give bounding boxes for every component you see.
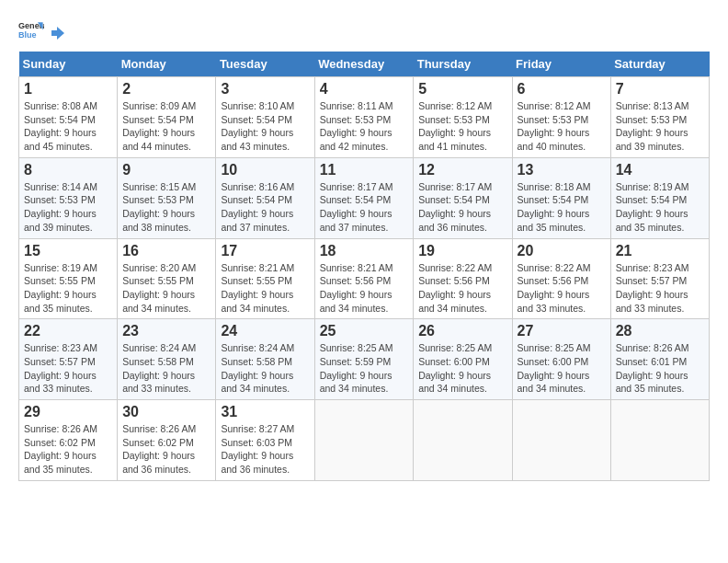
day-cell-13: 13 Sunrise: 8:18 AMSunset: 5:54 PMDaylig… bbox=[512, 157, 610, 238]
day-cell-15: 15 Sunrise: 8:19 AMSunset: 5:55 PMDaylig… bbox=[19, 238, 118, 319]
day-detail: Sunrise: 8:17 AMSunset: 5:54 PMDaylight:… bbox=[320, 180, 409, 235]
header-friday: Friday bbox=[512, 52, 610, 77]
logo-icon: General Blue bbox=[18, 18, 44, 44]
empty-cell bbox=[512, 400, 610, 481]
day-cell-3: 3 Sunrise: 8:10 AMSunset: 5:54 PMDayligh… bbox=[216, 77, 314, 158]
day-cell-20: 20 Sunrise: 8:22 AMSunset: 5:56 PMDaylig… bbox=[512, 238, 610, 319]
day-cell-14: 14 Sunrise: 8:19 AMSunset: 5:54 PMDaylig… bbox=[610, 157, 709, 238]
logo-arrow-icon bbox=[50, 25, 66, 41]
day-number: 17 bbox=[221, 243, 309, 259]
empty-cell bbox=[414, 400, 512, 481]
day-number: 29 bbox=[24, 404, 112, 420]
day-detail: Sunrise: 8:23 AMSunset: 5:57 PMDaylight:… bbox=[616, 261, 704, 316]
day-number: 4 bbox=[320, 81, 409, 98]
day-cell-7: 7 Sunrise: 8:13 AMSunset: 5:53 PMDayligh… bbox=[610, 77, 709, 158]
day-cell-25: 25 Sunrise: 8:25 AMSunset: 5:59 PMDaylig… bbox=[314, 319, 414, 400]
day-number: 1 bbox=[24, 81, 112, 98]
day-cell-21: 21 Sunrise: 8:23 AMSunset: 5:57 PMDaylig… bbox=[610, 238, 709, 319]
day-cell-12: 12 Sunrise: 8:17 AMSunset: 5:54 PMDaylig… bbox=[414, 157, 512, 238]
day-detail: Sunrise: 8:23 AMSunset: 5:57 PMDaylight:… bbox=[24, 341, 112, 396]
day-detail: Sunrise: 8:22 AMSunset: 5:56 PMDaylight:… bbox=[518, 261, 606, 316]
day-cell-31: 31 Sunrise: 8:27 AMSunset: 6:03 PMDaylig… bbox=[216, 400, 314, 481]
day-cell-4: 4 Sunrise: 8:11 AMSunset: 5:53 PMDayligh… bbox=[314, 77, 414, 158]
calendar-table: SundayMondayTuesdayWednesdayThursdayFrid… bbox=[18, 52, 710, 481]
day-number: 9 bbox=[122, 162, 210, 178]
day-number: 15 bbox=[24, 243, 112, 259]
day-number: 31 bbox=[221, 404, 309, 420]
day-number: 3 bbox=[221, 81, 309, 98]
day-detail: Sunrise: 8:19 AMSunset: 5:55 PMDaylight:… bbox=[24, 261, 112, 316]
day-detail: Sunrise: 8:25 AMSunset: 5:59 PMDaylight:… bbox=[320, 341, 409, 396]
day-detail: Sunrise: 8:13 AMSunset: 5:53 PMDaylight:… bbox=[616, 99, 704, 154]
day-detail: Sunrise: 8:20 AMSunset: 5:55 PMDaylight:… bbox=[122, 261, 210, 316]
svg-marker-3 bbox=[51, 27, 64, 40]
day-detail: Sunrise: 8:15 AMSunset: 5:53 PMDaylight:… bbox=[122, 180, 210, 235]
day-cell-27: 27 Sunrise: 8:25 AMSunset: 6:00 PMDaylig… bbox=[512, 319, 610, 400]
header-saturday: Saturday bbox=[610, 52, 709, 77]
header-thursday: Thursday bbox=[414, 52, 512, 77]
day-detail: Sunrise: 8:09 AMSunset: 5:54 PMDaylight:… bbox=[122, 99, 210, 154]
day-cell-5: 5 Sunrise: 8:12 AMSunset: 5:53 PMDayligh… bbox=[414, 77, 512, 158]
day-detail: Sunrise: 8:19 AMSunset: 5:54 PMDaylight:… bbox=[616, 180, 704, 235]
week-row-4: 22 Sunrise: 8:23 AMSunset: 5:57 PMDaylig… bbox=[19, 319, 710, 400]
day-number: 27 bbox=[518, 323, 606, 339]
day-detail: Sunrise: 8:14 AMSunset: 5:53 PMDaylight:… bbox=[24, 180, 112, 235]
day-cell-10: 10 Sunrise: 8:16 AMSunset: 5:54 PMDaylig… bbox=[216, 157, 314, 238]
day-detail: Sunrise: 8:26 AMSunset: 6:01 PMDaylight:… bbox=[616, 341, 704, 396]
day-cell-16: 16 Sunrise: 8:20 AMSunset: 5:55 PMDaylig… bbox=[118, 238, 216, 319]
day-cell-30: 30 Sunrise: 8:26 AMSunset: 6:02 PMDaylig… bbox=[118, 400, 216, 481]
day-detail: Sunrise: 8:16 AMSunset: 5:54 PMDaylight:… bbox=[221, 180, 309, 235]
day-number: 13 bbox=[518, 162, 606, 178]
day-detail: Sunrise: 8:12 AMSunset: 5:53 PMDaylight:… bbox=[418, 99, 506, 154]
day-number: 10 bbox=[221, 162, 309, 178]
day-number: 12 bbox=[418, 162, 506, 178]
day-cell-26: 26 Sunrise: 8:25 AMSunset: 6:00 PMDaylig… bbox=[414, 319, 512, 400]
day-cell-6: 6 Sunrise: 8:12 AMSunset: 5:53 PMDayligh… bbox=[512, 77, 610, 158]
day-detail: Sunrise: 8:25 AMSunset: 6:00 PMDaylight:… bbox=[418, 341, 506, 396]
day-cell-28: 28 Sunrise: 8:26 AMSunset: 6:01 PMDaylig… bbox=[610, 319, 709, 400]
day-detail: Sunrise: 8:27 AMSunset: 6:03 PMDaylight:… bbox=[221, 422, 309, 477]
day-detail: Sunrise: 8:12 AMSunset: 5:53 PMDaylight:… bbox=[518, 99, 606, 154]
day-number: 7 bbox=[616, 81, 704, 98]
day-cell-11: 11 Sunrise: 8:17 AMSunset: 5:54 PMDaylig… bbox=[314, 157, 414, 238]
day-detail: Sunrise: 8:26 AMSunset: 6:02 PMDaylight:… bbox=[122, 422, 210, 477]
day-detail: Sunrise: 8:21 AMSunset: 5:55 PMDaylight:… bbox=[221, 261, 309, 316]
header-tuesday: Tuesday bbox=[216, 52, 314, 77]
day-detail: Sunrise: 8:25 AMSunset: 6:00 PMDaylight:… bbox=[518, 341, 606, 396]
day-number: 30 bbox=[122, 404, 210, 420]
logo: General Blue bbox=[18, 18, 66, 44]
empty-cell bbox=[610, 400, 709, 481]
day-cell-22: 22 Sunrise: 8:23 AMSunset: 5:57 PMDaylig… bbox=[19, 319, 118, 400]
day-number: 14 bbox=[616, 162, 704, 178]
day-number: 20 bbox=[518, 243, 606, 259]
day-number: 19 bbox=[418, 243, 506, 259]
day-cell-29: 29 Sunrise: 8:26 AMSunset: 6:02 PMDaylig… bbox=[19, 400, 118, 481]
header: General Blue bbox=[18, 18, 710, 44]
day-detail: Sunrise: 8:17 AMSunset: 5:54 PMDaylight:… bbox=[418, 180, 506, 235]
days-header-row: SundayMondayTuesdayWednesdayThursdayFrid… bbox=[19, 52, 710, 77]
day-number: 21 bbox=[616, 243, 704, 259]
day-cell-1: 1 Sunrise: 8:08 AMSunset: 5:54 PMDayligh… bbox=[19, 77, 118, 158]
day-number: 11 bbox=[320, 162, 409, 178]
day-detail: Sunrise: 8:26 AMSunset: 6:02 PMDaylight:… bbox=[24, 422, 112, 477]
week-row-2: 8 Sunrise: 8:14 AMSunset: 5:53 PMDayligh… bbox=[19, 157, 710, 238]
day-cell-24: 24 Sunrise: 8:24 AMSunset: 5:58 PMDaylig… bbox=[216, 319, 314, 400]
day-cell-9: 9 Sunrise: 8:15 AMSunset: 5:53 PMDayligh… bbox=[118, 157, 216, 238]
week-row-3: 15 Sunrise: 8:19 AMSunset: 5:55 PMDaylig… bbox=[19, 238, 710, 319]
day-number: 24 bbox=[221, 323, 309, 339]
day-number: 25 bbox=[320, 323, 409, 339]
day-cell-2: 2 Sunrise: 8:09 AMSunset: 5:54 PMDayligh… bbox=[118, 77, 216, 158]
day-detail: Sunrise: 8:08 AMSunset: 5:54 PMDaylight:… bbox=[24, 99, 112, 154]
day-number: 16 bbox=[122, 243, 210, 259]
day-detail: Sunrise: 8:24 AMSunset: 5:58 PMDaylight:… bbox=[122, 341, 210, 396]
day-cell-18: 18 Sunrise: 8:21 AMSunset: 5:56 PMDaylig… bbox=[314, 238, 414, 319]
empty-cell bbox=[314, 400, 414, 481]
day-cell-19: 19 Sunrise: 8:22 AMSunset: 5:56 PMDaylig… bbox=[414, 238, 512, 319]
svg-text:Blue: Blue bbox=[18, 30, 37, 40]
header-wednesday: Wednesday bbox=[314, 52, 414, 77]
week-row-5: 29 Sunrise: 8:26 AMSunset: 6:02 PMDaylig… bbox=[19, 400, 710, 481]
day-number: 8 bbox=[24, 162, 112, 178]
day-number: 6 bbox=[518, 81, 606, 98]
header-monday: Monday bbox=[118, 52, 216, 77]
header-sunday: Sunday bbox=[19, 52, 118, 77]
